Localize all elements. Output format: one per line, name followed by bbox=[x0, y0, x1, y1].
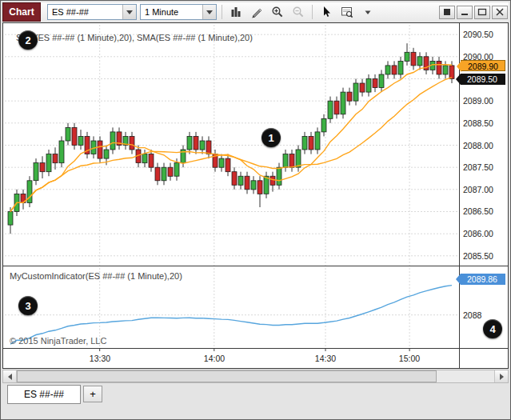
maximize-icon bbox=[477, 8, 487, 16]
price-axis-label: 2086.00 bbox=[463, 229, 493, 238]
time-axis-label: 14:00 bbox=[204, 354, 225, 363]
price-axis-label: 2086.50 bbox=[463, 206, 493, 216]
toolbar-separator bbox=[312, 5, 313, 19]
instrument-selector[interactable]: ES ##-## bbox=[47, 4, 137, 20]
close-icon bbox=[495, 8, 505, 16]
cursor-button[interactable] bbox=[317, 4, 335, 20]
filled-square-icon bbox=[442, 8, 452, 16]
chart-region: SMA(ES ##-## (1 Minute),20), SMA(ES ##-#… bbox=[2, 22, 509, 369]
chart-window: Chart ES ##-## 1 Minute bbox=[0, 0, 511, 420]
copyright-text: © 2015 NinjaTrader, LLC bbox=[10, 336, 106, 346]
toolbar: Chart ES ##-## 1 Minute bbox=[2, 2, 509, 22]
maximize-button[interactable] bbox=[474, 6, 490, 19]
scroll-right-button[interactable] bbox=[494, 370, 508, 382]
plus-icon: + bbox=[90, 388, 96, 400]
toolbar-separator bbox=[222, 5, 222, 19]
time-axis-label: 15:00 bbox=[399, 354, 420, 363]
callout-4: 4 bbox=[483, 319, 502, 338]
instrument-value: ES ##-## bbox=[52, 7, 89, 17]
indicator-axis-label: 2088 bbox=[463, 310, 481, 320]
properties-button[interactable] bbox=[439, 6, 455, 19]
price-axis-label: 2088.50 bbox=[463, 118, 493, 128]
data-box-button[interactable] bbox=[338, 4, 356, 20]
price-marker-black: 2089.50 bbox=[461, 74, 505, 85]
gridlines bbox=[5, 25, 459, 348]
price-marker-blue: 2089.86 bbox=[461, 274, 505, 285]
interval-value: 1 Minute bbox=[145, 7, 178, 17]
zoom-in-icon bbox=[271, 6, 284, 18]
scrollbar-thumb[interactable] bbox=[17, 370, 437, 382]
chevron-down-icon bbox=[362, 6, 373, 18]
chart-style-button[interactable] bbox=[227, 4, 245, 20]
time-axis-label: 14:30 bbox=[315, 354, 336, 363]
price-axis-label: 2085.50 bbox=[463, 251, 493, 261]
add-tab-button[interactable]: + bbox=[83, 386, 102, 402]
minimize-icon bbox=[460, 8, 469, 16]
panel-separators bbox=[3, 23, 508, 368]
scroll-left-button[interactable] bbox=[3, 370, 17, 382]
scrollbar-track[interactable] bbox=[17, 370, 494, 382]
price-axis-label: 2090.50 bbox=[463, 30, 493, 39]
drawing-tools-button[interactable] bbox=[248, 4, 265, 20]
tab-label: ES ##-## bbox=[24, 389, 64, 400]
cursor-icon bbox=[320, 6, 333, 18]
tab-es[interactable]: ES ##-## bbox=[7, 385, 81, 404]
chart-canvas[interactable] bbox=[3, 23, 508, 368]
price-axis-label: 2088.00 bbox=[463, 141, 493, 150]
main-panel-label: SMA(ES ##-## (1 Minute),20), SMA(ES ##-#… bbox=[16, 33, 253, 42]
price-axis-label: 2089.00 bbox=[463, 96, 493, 106]
bars-icon bbox=[230, 6, 242, 18]
price-axis-label: 2087.50 bbox=[463, 162, 493, 172]
callout-1: 1 bbox=[261, 128, 281, 147]
pencil-icon bbox=[250, 6, 263, 18]
tab-bar: ES ##-## + bbox=[2, 383, 509, 409]
window-controls bbox=[439, 6, 509, 19]
chevron-down-icon[interactable] bbox=[202, 5, 216, 19]
zoom-in-button[interactable] bbox=[269, 4, 286, 20]
chevron-down-icon[interactable] bbox=[122, 5, 136, 19]
right-arrow-icon bbox=[500, 374, 504, 380]
time-axis-label: 13:30 bbox=[90, 354, 110, 363]
window-title: Chart bbox=[2, 2, 41, 22]
horizontal-scrollbar[interactable] bbox=[2, 370, 509, 383]
data-box-icon bbox=[341, 6, 353, 18]
callout-3: 3 bbox=[18, 296, 38, 315]
minimize-button[interactable] bbox=[457, 6, 473, 19]
zoom-out-icon bbox=[292, 6, 305, 18]
left-arrow-icon bbox=[8, 374, 12, 380]
price-marker-orange: 2089.90 bbox=[461, 60, 505, 71]
callout-2: 2 bbox=[18, 30, 38, 50]
close-button[interactable] bbox=[492, 6, 508, 19]
interval-selector[interactable]: 1 Minute bbox=[140, 4, 217, 20]
more-tools-dropdown[interactable] bbox=[359, 4, 377, 20]
indicator-panel-label: MyCustomIndicator(ES ##-## (1 Minute),20… bbox=[10, 271, 182, 281]
zoom-out-button[interactable] bbox=[289, 4, 307, 20]
price-axis-label: 2087.00 bbox=[463, 185, 493, 194]
candles bbox=[8, 43, 454, 234]
